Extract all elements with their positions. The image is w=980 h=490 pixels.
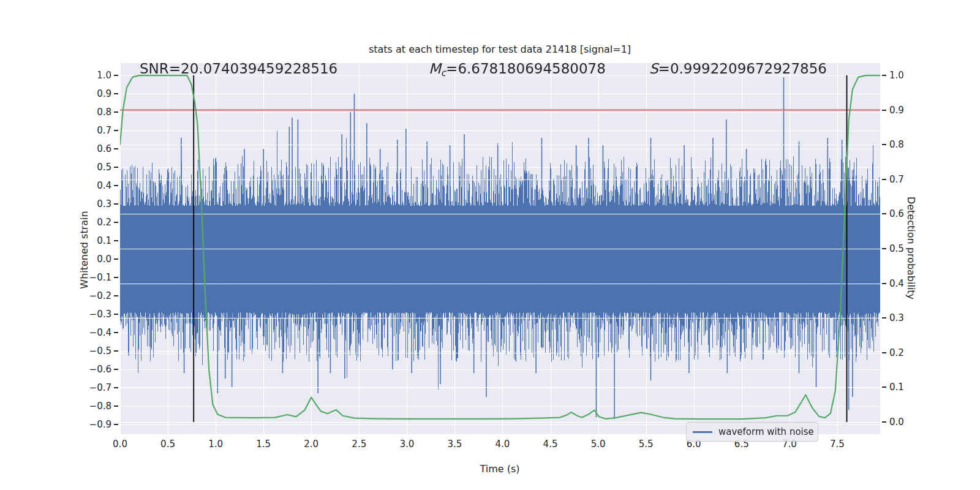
right-tick-label: 0.1 xyxy=(889,382,904,393)
left-tick-label: −0.9 xyxy=(72,419,111,430)
figure: stats at each timestep for test data 214… xyxy=(0,0,980,490)
left-tick-mark xyxy=(114,332,118,333)
x-tick-label: 0.5 xyxy=(160,439,175,450)
x-tick-label: 3.5 xyxy=(447,439,462,450)
annotation-score-value: =0.9992209672927856 xyxy=(658,61,827,77)
left-tick-label: 0.3 xyxy=(72,198,111,209)
x-tick-label: 1.5 xyxy=(256,439,271,450)
left-tick-label: −0.5 xyxy=(72,345,111,356)
right-tick-label: 0.6 xyxy=(889,208,904,219)
left-tick-label: 0.6 xyxy=(72,143,111,154)
x-tick-label: 1.0 xyxy=(208,439,223,450)
right-tick-label: 0.3 xyxy=(889,312,904,323)
right-tick-mark xyxy=(882,248,886,249)
right-axis-label: Detection probability xyxy=(905,197,917,300)
x-tick-label: 5.5 xyxy=(639,439,654,450)
annotation-score-symbol: S xyxy=(649,61,658,77)
right-tick-label: 0.2 xyxy=(889,347,904,358)
annotation-snr: SNR=20.074039459228516 xyxy=(140,61,337,78)
x-tick-label: 0.0 xyxy=(113,439,127,450)
annotation-chirp-mass: Mc=6.678180694580078 xyxy=(429,61,606,78)
right-tick-mark xyxy=(882,421,886,423)
right-tick-mark xyxy=(882,317,886,318)
right-tick-mark xyxy=(882,110,886,111)
left-tick-label: −0.8 xyxy=(72,401,111,412)
right-tick-label: 0.8 xyxy=(889,139,904,150)
left-tick-mark xyxy=(114,93,118,94)
left-tick-label: 1.0 xyxy=(72,70,111,81)
left-tick-mark xyxy=(114,369,118,370)
left-tick-mark xyxy=(114,75,118,76)
annotation-chirp-mass-subscript: c xyxy=(441,67,446,78)
legend-line-sample xyxy=(693,431,712,433)
x-tick-label: 4.5 xyxy=(543,439,558,450)
right-tick-label: 0.0 xyxy=(889,417,904,428)
left-tick-mark xyxy=(114,111,118,113)
left-tick-label: 0.8 xyxy=(72,107,111,118)
left-tick-mark xyxy=(114,203,118,205)
x-tick-label: 4.0 xyxy=(496,439,510,450)
x-tick-label: 7.5 xyxy=(830,439,845,450)
left-tick-mark xyxy=(114,148,118,149)
left-tick-mark xyxy=(114,130,118,131)
plot-area xyxy=(120,63,880,434)
left-tick-label: 0.5 xyxy=(72,162,111,173)
x-axis-label: Time (s) xyxy=(480,463,519,475)
left-tick-mark xyxy=(114,295,118,296)
annotation-snr-symbol: SNR xyxy=(140,61,169,77)
annotation-score: S=0.9992209672927856 xyxy=(649,61,827,78)
left-tick-mark xyxy=(114,405,118,407)
right-tick-mark xyxy=(882,386,886,388)
right-tick-label: 1.0 xyxy=(889,70,904,81)
left-tick-label: −0.6 xyxy=(72,364,111,375)
x-tick-label: 5.0 xyxy=(591,439,606,450)
left-tick-mark xyxy=(114,387,118,388)
right-tick-label: 0.9 xyxy=(889,104,904,115)
right-tick-mark xyxy=(882,75,886,76)
left-tick-label: −0.3 xyxy=(72,309,111,320)
left-tick-label: −0.7 xyxy=(72,382,111,393)
right-tick-label: 0.5 xyxy=(889,243,904,254)
x-tick-label: 2.0 xyxy=(304,439,318,450)
left-tick-label: 0.1 xyxy=(72,235,111,246)
x-tick-label: 2.5 xyxy=(352,439,366,450)
legend-label: waveform with noise xyxy=(718,426,814,437)
left-tick-mark xyxy=(114,240,118,241)
left-tick-mark xyxy=(114,424,118,425)
left-tick-mark xyxy=(114,167,118,168)
left-tick-mark xyxy=(114,350,118,352)
right-tick-mark xyxy=(882,144,886,145)
annotation-chirp-mass-value: =6.678180694580078 xyxy=(446,61,606,77)
right-tick-mark xyxy=(882,283,886,284)
left-tick-mark xyxy=(114,258,118,260)
annotation-snr-value: =20.074039459228516 xyxy=(169,61,337,77)
left-tick-label: 0.4 xyxy=(72,180,111,191)
annotation-chirp-mass-symbol: M xyxy=(429,61,441,77)
left-tick-label: −0.4 xyxy=(72,327,111,338)
left-tick-label: 0.9 xyxy=(72,88,111,99)
right-tick-mark xyxy=(882,352,886,353)
chart-title: stats at each timestep for test data 214… xyxy=(369,43,631,55)
x-tick-label: 3.0 xyxy=(399,439,414,450)
left-tick-mark xyxy=(114,314,118,315)
left-tick-label: −0.1 xyxy=(72,272,111,283)
left-tick-label: 0.0 xyxy=(72,254,111,265)
legend: waveform with noise xyxy=(686,422,818,442)
right-tick-mark xyxy=(882,213,886,214)
left-tick-label: 0.2 xyxy=(72,217,111,228)
left-tick-mark xyxy=(114,222,118,223)
left-tick-label: −0.2 xyxy=(72,290,111,301)
right-tick-label: 0.7 xyxy=(889,173,904,184)
left-tick-mark xyxy=(114,185,118,186)
right-tick-mark xyxy=(882,179,886,180)
left-tick-label: 0.7 xyxy=(72,125,111,136)
right-tick-label: 0.4 xyxy=(889,277,904,288)
left-tick-mark xyxy=(114,277,118,278)
